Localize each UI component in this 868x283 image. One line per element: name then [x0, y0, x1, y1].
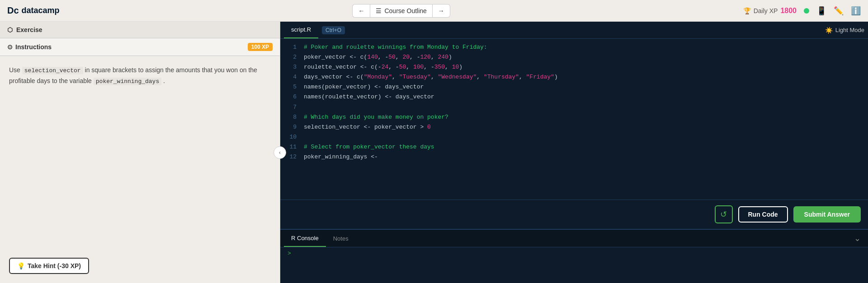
menu-icon: ☰ [376, 7, 382, 14]
forward-button[interactable]: → [433, 4, 450, 18]
run-code-label: Run Code [748, 211, 778, 218]
info-icon[interactable]: ℹ️ [851, 6, 861, 16]
reset-icon: ↺ [720, 209, 727, 219]
code-line: 1# Poker and roulette winnings from Mond… [280, 42, 868, 52]
line-number: 6 [280, 92, 302, 102]
code-line: 4days_vector <- c("Monday", "Tuesday", "… [280, 72, 868, 82]
tab-script-r-label: script.R [291, 26, 311, 33]
tab-notes[interactable]: Notes [326, 231, 356, 246]
line-content: poker_vector <- c(140, -50, 20, -120, 24… [302, 52, 868, 62]
line-number: 10 [280, 132, 302, 142]
code-inline-2: poker_winning_days [94, 78, 161, 85]
course-outline-label: Course Outline [384, 7, 426, 14]
tab-script-r[interactable]: script.R [284, 22, 318, 38]
tab-r-console[interactable]: R Console [284, 230, 326, 247]
mobile-icon[interactable]: 📱 [816, 6, 826, 16]
run-code-button[interactable]: Run Code [738, 206, 788, 223]
code-line: 7 [280, 102, 868, 112]
left-panel: ⬡ Exercise ⊙ Instructions 100 XP Use sel… [0, 22, 280, 283]
console-panel: R Console Notes ⌄ > [280, 229, 868, 283]
submit-answer-button[interactable]: Submit Answer [793, 206, 861, 223]
code-line: 2poker_vector <- c(140, -50, 20, -120, 2… [280, 52, 868, 62]
line-content [302, 102, 868, 112]
line-content: names(poker_vector) <- days_vector [302, 82, 868, 92]
editor-tabs: script.R Ctrl+O ☀️ Light Mode [280, 22, 868, 39]
line-number: 8 [280, 112, 302, 122]
line-content: # Select from poker_vector these days [302, 142, 868, 152]
code-area[interactable]: 1# Poker and roulette winnings from Mond… [280, 39, 868, 199]
main-container: ⬡ Exercise ⊙ Instructions 100 XP Use sel… [0, 22, 868, 283]
line-content [302, 132, 868, 142]
line-content: selection_vector <- poker_vector > 0 [302, 122, 868, 132]
code-line: 12poker_winning_days <- [280, 152, 868, 162]
nav-left: Dc datacamp [7, 5, 60, 16]
exercise-header: ⬡ Exercise [0, 22, 280, 38]
trophy-icon: 🏆 [743, 7, 751, 14]
console-prompt: > [288, 250, 291, 257]
instructions-title: ⊙ Instructions [7, 43, 52, 51]
light-mode-label: Light Mode [835, 27, 864, 33]
back-button[interactable]: ← [352, 4, 370, 18]
line-number: 7 [280, 102, 302, 112]
hint-label: Take Hint (-30 XP) [28, 262, 81, 269]
editor-footer: ↺ Run Code Submit Answer [280, 199, 868, 229]
code-line: 8# Which days did you make money on poke… [280, 112, 868, 122]
bulb-icon: 💡 [17, 262, 25, 269]
console-tabs: R Console Notes ⌄ [280, 230, 868, 247]
course-outline-button[interactable]: ☰ Course Outline [370, 4, 432, 18]
nav-center: ← ☰ Course Outline → [352, 4, 450, 18]
right-panel: script.R Ctrl+O ☀️ Light Mode 1# Poker a… [280, 22, 868, 283]
code-line: 11# Select from poker_vector these days [280, 142, 868, 152]
submit-answer-label: Submit Answer [804, 211, 850, 218]
exercise-label: Exercise [16, 26, 42, 33]
line-content: days_vector <- c("Monday", "Tuesday", "W… [302, 72, 868, 82]
edit-icon[interactable]: ✏️ [834, 6, 844, 16]
code-line: 3roulette_vector <- c(-24, -50, 100, -35… [280, 62, 868, 72]
status-dot [804, 8, 809, 14]
code-line: 5names(poker_vector) <- days_vector [280, 82, 868, 92]
light-mode-button[interactable]: ☀️ Light Mode [825, 27, 864, 34]
code-line: 9selection_vector <- poker_vector > 0 [280, 122, 868, 132]
line-number: 1 [280, 42, 302, 52]
xp-badge: 100 XP [248, 43, 273, 51]
line-number: 3 [280, 62, 302, 72]
console-body: > [280, 247, 868, 260]
line-number: 5 [280, 82, 302, 92]
line-content: # Which days did you make money on poker… [302, 112, 868, 122]
console-expand-button[interactable]: ⌄ [850, 230, 864, 247]
nav-right: 🏆 Daily XP 1800 📱 ✏️ ℹ️ [743, 6, 861, 16]
sun-icon: ☀️ [825, 27, 833, 34]
r-console-label: R Console [291, 235, 319, 241]
xp-value: 1800 [780, 7, 797, 15]
line-number: 9 [280, 122, 302, 132]
line-content: # Poker and roulette winnings from Monda… [302, 42, 868, 52]
shortcut-hint: Ctrl+O [322, 26, 345, 34]
collapse-panel-button[interactable]: ‹ [274, 146, 286, 159]
line-content: poker_winning_days <- [302, 152, 868, 162]
instructions-label: Instructions [15, 43, 52, 51]
notes-label: Notes [333, 235, 349, 242]
reset-button[interactable]: ↺ [715, 205, 733, 223]
logo-icon: Dc [7, 5, 19, 16]
daily-xp-label: Daily XP [754, 7, 778, 14]
code-inline-1: selection_vector [22, 67, 83, 74]
hint-button[interactable]: 💡 Take Hint (-30 XP) [9, 258, 89, 274]
instruction-text-1: Use [9, 66, 20, 74]
line-content: names(roulette_vector) <- days_vector [302, 92, 868, 102]
exercise-icon: ⬡ [7, 26, 13, 33]
instruction-text-3: . [163, 77, 165, 84]
instructions-body: Use selection_vector in square brackets … [0, 56, 280, 258]
code-line: 10 [280, 132, 868, 142]
line-number: 4 [280, 72, 302, 82]
circle-check-icon: ⊙ [7, 43, 13, 51]
code-line: 6names(roulette_vector) <- days_vector [280, 92, 868, 102]
logo-text: datacamp [22, 6, 60, 15]
daily-xp: 🏆 Daily XP 1800 [743, 7, 797, 15]
logo[interactable]: Dc datacamp [7, 5, 60, 16]
top-nav: Dc datacamp ← ☰ Course Outline → 🏆 Daily… [0, 0, 868, 22]
instructions-header: ⊙ Instructions 100 XP [0, 38, 280, 56]
line-number: 2 [280, 52, 302, 62]
line-content: roulette_vector <- c(-24, -50, 100, -350… [302, 62, 868, 72]
